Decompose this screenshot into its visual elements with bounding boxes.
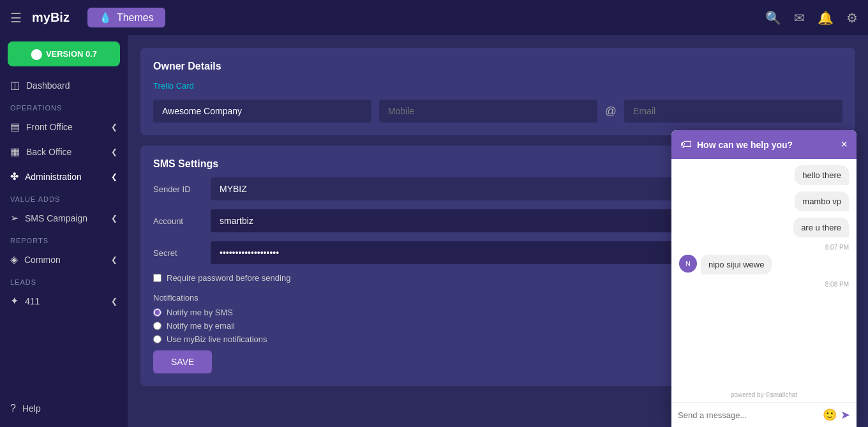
front-office-icon: ▤	[10, 121, 20, 133]
send-button[interactable]: ➤	[841, 408, 850, 422]
admin-icon: ✤	[10, 170, 19, 183]
notify-sms-label: Notify me by SMS	[167, 308, 233, 317]
chat-timestamp-808: 8:08 PM	[679, 281, 849, 288]
notify-live-label: Use myBiz live notifications	[167, 334, 267, 344]
sidebar-item-411[interactable]: ✦ 411 ❮	[0, 288, 128, 313]
chat-close-button[interactable]: ×	[841, 138, 848, 151]
sidebar-item-dashboard[interactable]: ◫ Dashboard	[0, 73, 128, 98]
chat-message-are-there: are u there	[679, 218, 849, 237]
front-office-label: Front Office	[26, 122, 73, 132]
notify-sms-radio[interactable]	[153, 308, 161, 317]
sidebar-item-common[interactable]: ◈ Common ❮	[0, 247, 128, 272]
themes-drop-icon: 💧	[99, 11, 112, 24]
chat-title: How can we help you?	[697, 140, 835, 150]
emoji-button[interactable]: 🙂	[823, 408, 837, 422]
owner-details-card: Owner Details Trello Card @	[140, 48, 855, 135]
sidebar-item-back-office[interactable]: ▦ Back Office ❮	[0, 139, 128, 164]
sender-id-label: Sender ID	[153, 184, 211, 194]
chat-header: 🏷 How can we help you? ×	[671, 130, 857, 159]
sidebar-item-help[interactable]: ? Help	[0, 396, 128, 421]
notify-live-option[interactable]: Use myBiz live notifications	[153, 334, 679, 344]
chat-bubble: mambo vp	[795, 191, 849, 211]
help-label: Help	[22, 403, 41, 414]
github-icon: ⬤	[31, 48, 42, 60]
themes-button[interactable]: 💧 Themes	[87, 8, 165, 27]
chat-help-icon: 🏷	[680, 138, 692, 151]
owner-row: @	[153, 100, 842, 123]
require-password-label[interactable]: Require password before sending	[167, 273, 290, 283]
mobile-input[interactable]	[379, 100, 597, 123]
chat-timestamp-807: 8:07 PM	[679, 244, 849, 251]
save-button[interactable]: SAVE	[153, 350, 212, 373]
chat-footer: 🙂 ➤	[671, 402, 857, 427]
notify-email-label: Notify me by email	[167, 321, 235, 331]
sender-id-input[interactable]	[211, 177, 679, 200]
themes-label: Themes	[117, 12, 154, 24]
settings-icon[interactable]: ⚙	[846, 10, 858, 26]
dashboard-label: Dashboard	[26, 80, 70, 91]
back-office-icon: ▦	[10, 146, 20, 158]
topnav: ☰ myBiz 💧 Themes 🔍 ✉ 🔔 ⚙	[0, 0, 868, 35]
chat-body: hello there mambo vp are u there 8:07 PM…	[671, 159, 857, 389]
sms-settings-card: SMS Settings Sender ID Account Secret Re…	[140, 146, 692, 386]
notification-options: Notify me by SMS Notify me by email Use …	[153, 308, 679, 344]
leads-label: 411	[25, 296, 40, 306]
sms-settings-title: SMS Settings	[153, 158, 679, 170]
chat-bubble: hello there	[795, 165, 849, 185]
notify-sms-option[interactable]: Notify me by SMS	[153, 308, 679, 317]
front-office-arrow: ❮	[111, 123, 117, 131]
common-icon: ◈	[10, 253, 18, 266]
dashboard-icon: ◫	[10, 79, 20, 91]
back-office-label: Back Office	[26, 147, 71, 157]
notify-email-radio[interactable]	[153, 322, 161, 330]
account-input[interactable]	[211, 209, 679, 232]
company-input[interactable]	[153, 100, 371, 123]
sidebar-section-value-adds: VALUE ADDS	[0, 189, 128, 206]
sidebar-section-operations: OPERATIONS	[0, 98, 128, 114]
trello-link[interactable]: Trello Card	[153, 81, 194, 91]
leads-arrow: ❮	[111, 297, 117, 306]
chat-widget: 🏷 How can we help you? × hello there mam…	[671, 130, 857, 427]
sidebar: ⬤ VERSION 0.7 ◫ Dashboard OPERATIONS ▤ F…	[0, 35, 128, 427]
chat-bubble: are u there	[793, 218, 849, 237]
common-arrow: ❮	[111, 255, 117, 264]
back-office-arrow: ❮	[111, 147, 117, 156]
notify-email-option[interactable]: Notify me by email	[153, 321, 679, 331]
secret-label: Secret	[153, 248, 211, 258]
notify-live-radio[interactable]	[153, 335, 161, 343]
at-icon: @	[605, 105, 617, 118]
chat-input[interactable]	[678, 410, 819, 420]
require-password-checkbox[interactable]	[153, 274, 161, 282]
sidebar-item-front-office[interactable]: ▤ Front Office ❮	[0, 114, 128, 139]
sms-icon: ➢	[10, 212, 19, 224]
common-label: Common	[24, 255, 61, 265]
sms-campaign-label: SMS Campaign	[25, 213, 87, 223]
sender-id-row: Sender ID	[153, 177, 679, 200]
notifications-label: Notifications	[153, 293, 679, 303]
leads-icon: ✦	[10, 295, 19, 307]
version-button[interactable]: ⬤ VERSION 0.7	[8, 41, 120, 66]
bell-icon[interactable]: 🔔	[818, 10, 834, 26]
chat-message-mambo: mambo vp	[679, 191, 849, 211]
hamburger-icon[interactable]: ☰	[10, 10, 22, 26]
help-icon: ?	[10, 403, 16, 414]
search-icon[interactable]: 🔍	[765, 10, 781, 26]
sidebar-item-sms-campaign[interactable]: ➢ SMS Campaign ❮	[0, 206, 128, 230]
topnav-icons: 🔍 ✉ 🔔 ⚙	[765, 10, 858, 26]
agent-avatar: N	[679, 255, 697, 273]
secret-row: Secret	[153, 241, 679, 264]
owner-details-title: Owner Details	[153, 61, 842, 72]
secret-input[interactable]	[211, 241, 679, 264]
sms-arrow: ❮	[111, 214, 117, 223]
require-password-row: Require password before sending	[153, 273, 679, 283]
mail-icon[interactable]: ✉	[794, 10, 805, 26]
sidebar-item-administration[interactable]: ✤ Administration ❮	[0, 164, 128, 189]
agent-bubble: nipo sijui wewe	[701, 255, 772, 274]
account-label: Account	[153, 216, 211, 226]
chat-message-hello: hello there	[679, 165, 849, 185]
email-input[interactable]	[624, 100, 842, 123]
version-label: VERSION 0.7	[46, 49, 97, 59]
admin-label: Administration	[25, 172, 82, 182]
chat-message-nipo: N nipo sijui wewe	[679, 255, 849, 274]
account-row: Account	[153, 209, 679, 232]
